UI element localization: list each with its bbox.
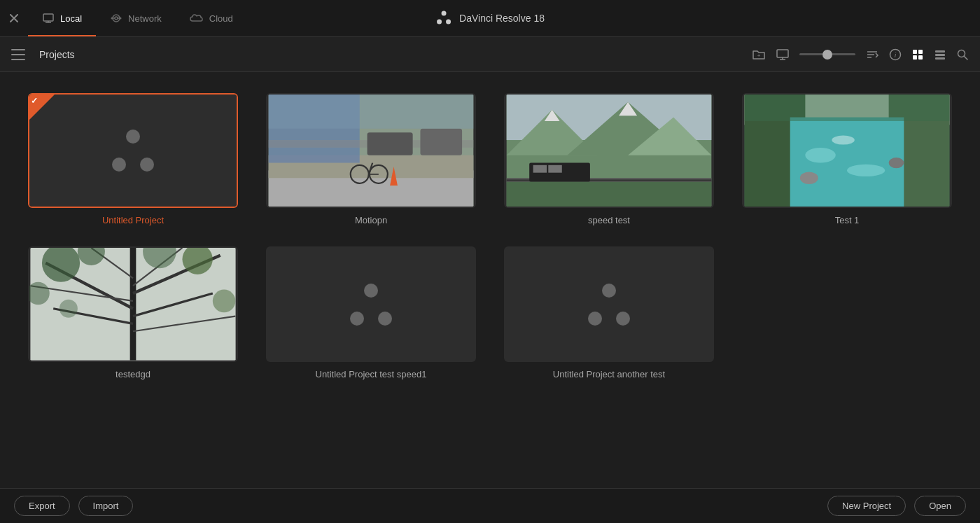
svg-rect-27: [935, 50, 945, 53]
svg-rect-2: [43, 14, 53, 21]
dot-top: [126, 130, 140, 144]
bottom-left-actions: Export Import: [14, 496, 133, 516]
svg-point-8: [120, 18, 122, 20]
test1-thumbnail: [743, 95, 951, 207]
svg-point-12: [437, 20, 442, 25]
info-button[interactable]: i: [889, 48, 902, 61]
tab-network-label: Network: [128, 13, 162, 24]
svg-point-63: [805, 148, 835, 163]
dot-top: [364, 284, 378, 298]
project-item[interactable]: speed test: [504, 93, 714, 225]
svg-point-85: [213, 290, 236, 313]
project-thumbnail: [504, 246, 714, 361]
toolbar-title: Projects: [39, 49, 743, 60]
search-button[interactable]: [956, 48, 969, 61]
project-item[interactable]: Untitled Project another test: [504, 246, 714, 379]
bottom-bar: Export Import New Project Open: [0, 488, 980, 523]
svg-rect-26: [918, 55, 923, 60]
open-button[interactable]: Open: [914, 496, 966, 516]
svg-rect-44: [269, 95, 474, 129]
sort-button[interactable]: [865, 48, 879, 61]
svg-rect-24: [918, 50, 923, 54]
project-item[interactable]: Untitled Project test speed1: [266, 246, 476, 379]
svg-rect-28: [935, 54, 945, 56]
dot-bottom-right: [616, 312, 630, 326]
projects-grid: Untitled Project: [28, 93, 952, 379]
app-title: DaVinci Resolve 18: [435, 10, 545, 27]
project-name: Test 1: [835, 215, 860, 225]
project-item[interactable]: Test 1: [742, 93, 952, 225]
new-folder-button[interactable]: +: [752, 48, 766, 61]
local-icon: [42, 12, 55, 25]
selected-corner: [29, 95, 55, 120]
project-thumbnail: [28, 246, 238, 361]
tab-local[interactable]: Local: [28, 0, 96, 36]
svg-rect-23: [913, 50, 917, 54]
export-button[interactable]: Export: [14, 496, 70, 516]
svg-rect-15: [777, 50, 788, 57]
close-button[interactable]: [0, 0, 28, 37]
toolbar: Projects +: [0, 37, 980, 72]
svg-point-64: [847, 165, 885, 176]
tab-cloud[interactable]: Cloud: [176, 0, 247, 36]
svg-point-65: [832, 136, 855, 145]
svg-rect-25: [913, 55, 917, 60]
motiopn-thumbnail: [267, 95, 475, 207]
project-thumbnail: [266, 93, 476, 208]
svg-rect-37: [368, 132, 413, 155]
list-icon: [934, 48, 946, 61]
display-button[interactable]: [776, 48, 790, 61]
svg-point-67: [889, 158, 904, 168]
projects-area: Untitled Project: [0, 72, 980, 488]
project-item[interactable]: Motiopn: [266, 93, 476, 225]
app-title-text: DaVinci Resolve 18: [459, 13, 545, 24]
list-view-button[interactable]: [934, 48, 946, 61]
close-icon: [10, 14, 18, 22]
zoom-slider[interactable]: [799, 53, 855, 55]
network-icon: [110, 12, 122, 25]
tab-local-label: Local: [60, 13, 82, 24]
project-placeholder: [29, 95, 237, 207]
nav-tabs: Local Network Cloud: [28, 0, 247, 36]
sort-icon: [865, 48, 879, 61]
sidebar-toggle-button[interactable]: [11, 49, 25, 60]
grid-view-button[interactable]: [911, 48, 924, 61]
new-project-button[interactable]: New Project: [827, 496, 906, 516]
svg-rect-38: [420, 129, 462, 155]
svg-rect-68: [745, 95, 950, 121]
svg-point-7: [111, 18, 113, 20]
app-logo: [435, 10, 452, 27]
monitor-icon: [776, 48, 790, 61]
project-name: Untitled Project: [102, 215, 164, 225]
project-name: Motiopn: [355, 215, 387, 225]
svg-line-31: [965, 56, 968, 60]
dot-bottom-left: [588, 312, 602, 326]
search-icon: [956, 48, 969, 61]
folder-icon: +: [752, 48, 766, 61]
project-item[interactable]: testedgd: [28, 246, 238, 379]
speed-test-thumbnail: [505, 95, 713, 207]
dot-top: [602, 284, 616, 298]
project-name: speed test: [588, 215, 630, 225]
project-thumbnail: [266, 246, 476, 361]
import-button[interactable]: Import: [78, 496, 134, 516]
tab-network[interactable]: Network: [96, 0, 176, 36]
grid-icon: [911, 48, 924, 61]
project-placeholder: [267, 248, 475, 360]
project-item[interactable]: Untitled Project: [28, 93, 238, 225]
svg-text:i: i: [895, 52, 897, 59]
svg-rect-55: [533, 165, 547, 173]
resolve-dots: [350, 284, 392, 326]
svg-point-13: [446, 20, 451, 25]
project-name: testedgd: [115, 369, 150, 379]
toolbar-actions: + i: [752, 48, 969, 61]
project-thumbnail: [504, 93, 714, 208]
resolve-dots: [112, 130, 154, 172]
info-icon: i: [889, 48, 902, 61]
top-nav: Local Network Cloud DaVin: [0, 0, 980, 37]
project-name: Untitled Project another test: [553, 369, 665, 379]
dot-bottom-right: [378, 312, 392, 326]
cloud-icon: [190, 12, 204, 25]
svg-point-86: [59, 300, 78, 318]
resolve-dots: [588, 284, 630, 326]
